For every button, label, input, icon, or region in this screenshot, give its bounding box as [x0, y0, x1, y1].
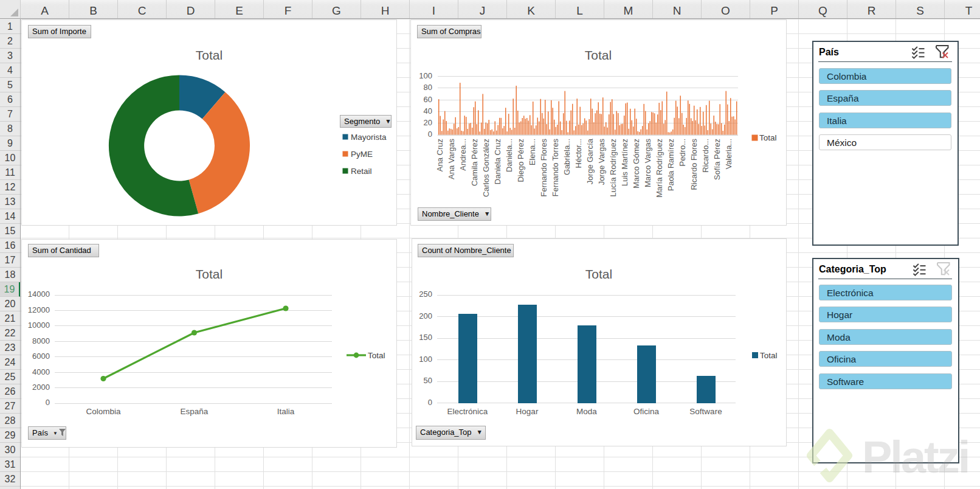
svg-text:12000: 12000	[28, 305, 50, 314]
svg-text:Total: Total	[196, 48, 223, 62]
svg-text:Fernando Torres: Fernando Torres	[551, 139, 560, 197]
svg-text:Luis Martínez: Luis Martínez	[620, 139, 629, 186]
svg-text:Total: Total	[759, 133, 777, 142]
svg-text:Paola Ramírez: Paola Ramírez	[666, 139, 675, 191]
svg-text:10000: 10000	[28, 321, 50, 330]
svg-text:Carlos González: Carlos González	[481, 139, 491, 197]
svg-text:Marco Gómez: Marco Gómez	[632, 139, 641, 189]
svg-text:40: 40	[424, 106, 432, 116]
svg-text:8000: 8000	[32, 336, 50, 345]
svg-text:Total: Total	[196, 267, 223, 281]
svg-text:Pedro...: Pedro...	[678, 139, 687, 167]
svg-text:PyME: PyME	[351, 150, 373, 159]
svg-text:0: 0	[428, 130, 432, 139]
svg-text:Ana Cruz: Ana Cruz	[435, 139, 444, 172]
svg-text:España: España	[181, 407, 209, 416]
svg-text:250: 250	[419, 290, 432, 299]
svg-text:Lucía Rodríguez: Lucía Rodríguez	[609, 139, 618, 196]
svg-text:100: 100	[419, 71, 432, 80]
svg-text:Hogar: Hogar	[516, 407, 539, 416]
svg-text:80: 80	[424, 83, 432, 92]
svg-text:Héctor...: Héctor...	[574, 139, 583, 168]
svg-text:Jorge Vargas: Jorge Vargas	[597, 139, 606, 186]
svg-text:Valeria...: Valeria...	[724, 139, 733, 169]
svg-text:Sofía Pérez: Sofía Pérez	[713, 139, 722, 180]
svg-text:María Rodríguez: María Rodríguez	[655, 139, 664, 198]
svg-text:Moda: Moda	[576, 407, 597, 416]
svg-text:Daniela...: Daniela...	[505, 139, 514, 172]
svg-text:150: 150	[419, 333, 432, 342]
svg-text:Elena...: Elena...	[528, 139, 537, 165]
svg-text:Ricardo Flores: Ricardo Flores	[689, 139, 699, 190]
svg-text:60: 60	[424, 95, 432, 104]
svg-text:Retail: Retail	[351, 167, 372, 176]
svg-text:20: 20	[424, 118, 432, 127]
svg-text:Jorge García: Jorge García	[585, 138, 595, 184]
svg-text:0: 0	[428, 398, 432, 407]
svg-text:Gabriela...: Gabriela...	[562, 139, 571, 175]
svg-text:Total: Total	[585, 48, 612, 62]
svg-text:Diego Pérez: Diego Pérez	[516, 139, 525, 182]
svg-text:4000: 4000	[32, 367, 50, 376]
svg-text:Daniela Cruz: Daniela Cruz	[493, 139, 502, 184]
svg-text:0: 0	[46, 398, 50, 407]
svg-text:Colombia: Colombia	[86, 407, 121, 416]
svg-text:50: 50	[424, 376, 432, 385]
svg-text:Fernando Flores: Fernando Flores	[539, 139, 548, 197]
svg-text:Software: Software	[689, 407, 722, 416]
svg-text:Italia: Italia	[277, 407, 295, 416]
svg-text:Ricardo...: Ricardo...	[701, 139, 710, 173]
svg-text:Total: Total	[368, 351, 385, 360]
svg-text:100: 100	[419, 355, 432, 364]
svg-text:200: 200	[419, 311, 432, 321]
svg-text:14000: 14000	[28, 290, 50, 299]
svg-text:Mayorista: Mayorista	[351, 133, 387, 142]
svg-text:Camila Pérez: Camila Pérez	[470, 139, 479, 186]
svg-text:Andrea...: Andrea...	[458, 139, 468, 171]
svg-text:Total: Total	[760, 351, 778, 360]
svg-text:Electrónica: Electrónica	[447, 407, 488, 416]
svg-text:6000: 6000	[32, 352, 50, 361]
svg-text:Oficina: Oficina	[633, 407, 660, 416]
svg-text:Ana Vargas: Ana Vargas	[447, 139, 456, 179]
svg-text:2000: 2000	[32, 383, 50, 392]
svg-text:Marco Vargas: Marco Vargas	[643, 139, 652, 187]
svg-text:Total: Total	[585, 267, 612, 281]
